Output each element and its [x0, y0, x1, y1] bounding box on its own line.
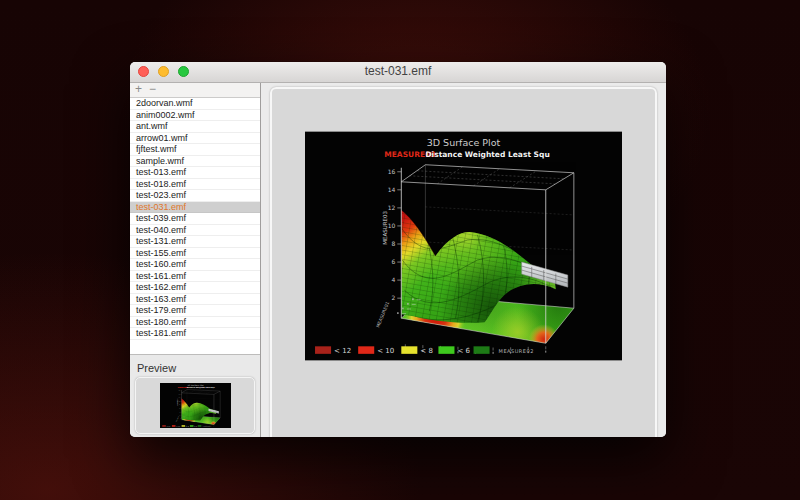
file-list-item[interactable]: test-179.emf: [130, 305, 260, 317]
app-window: test-031.emf + − 2doorvan.wmfanim0002.wm…: [130, 62, 666, 437]
sidebar: + − 2doorvan.wmfanim0002.wmfant.wmfarrow…: [130, 83, 261, 437]
file-list-item[interactable]: fjftest.wmf: [130, 144, 260, 156]
file-list-item[interactable]: test-163.emf: [130, 294, 260, 306]
file-list-item[interactable]: test-040.emf: [130, 225, 260, 237]
file-list-item[interactable]: test-023.emf: [130, 190, 260, 202]
desktop-background: test-031.emf + − 2doorvan.wmfanim0002.wm…: [0, 0, 800, 500]
file-list-item[interactable]: 2doorvan.wmf: [130, 98, 260, 110]
window-title: test-031.emf: [130, 62, 666, 81]
file-list-item[interactable]: ant.wmf: [130, 121, 260, 133]
preview-panel: Preview: [130, 355, 260, 437]
file-list-item[interactable]: test-161.emf: [130, 271, 260, 283]
file-list-item[interactable]: test-162.emf: [130, 282, 260, 294]
list-toolbar: + −: [130, 83, 260, 98]
preview-section-label: Preview: [137, 363, 260, 374]
file-list-item[interactable]: test-155.emf: [130, 248, 260, 260]
emf-plot-image: 3D Surface Plot MEASURE03 Distance Weigh…: [305, 131, 622, 361]
file-list-item[interactable]: test-013.emf: [130, 167, 260, 179]
file-list-item[interactable]: arrow01.wmf: [130, 133, 260, 145]
zoom-window-button[interactable]: [178, 66, 189, 77]
file-list-item[interactable]: test-160.emf: [130, 259, 260, 271]
traffic-lights: [138, 66, 198, 77]
file-list[interactable]: 2doorvan.wmfanim0002.wmfant.wmfarrow01.w…: [130, 98, 260, 355]
file-list-item[interactable]: sample.wmf: [130, 156, 260, 168]
file-list-item[interactable]: test-031.emf: [130, 202, 260, 214]
window-body: + − 2doorvan.wmfanim0002.wmfant.wmfarrow…: [130, 83, 666, 437]
content-pane: 3D Surface Plot MEASURE03 Distance Weigh…: [261, 83, 666, 437]
minimize-window-button[interactable]: [158, 66, 169, 77]
remove-file-button[interactable]: −: [149, 83, 156, 97]
file-list-item[interactable]: test-039.emf: [130, 213, 260, 225]
file-list-item[interactable]: test-181.emf: [130, 328, 260, 340]
close-window-button[interactable]: [138, 66, 149, 77]
file-list-item[interactable]: anim0002.wmf: [130, 110, 260, 122]
window-titlebar[interactable]: test-031.emf: [130, 62, 666, 83]
file-list-item[interactable]: test-018.emf: [130, 179, 260, 191]
file-list-item[interactable]: test-180.emf: [130, 317, 260, 329]
preview-thumbnail-well: [135, 377, 255, 434]
document-panel: 3D Surface Plot MEASURE03 Distance Weigh…: [270, 87, 657, 437]
preview-thumbnail-image: [160, 383, 231, 428]
file-list-item[interactable]: test-131.emf: [130, 236, 260, 248]
add-file-button[interactable]: +: [135, 83, 142, 97]
